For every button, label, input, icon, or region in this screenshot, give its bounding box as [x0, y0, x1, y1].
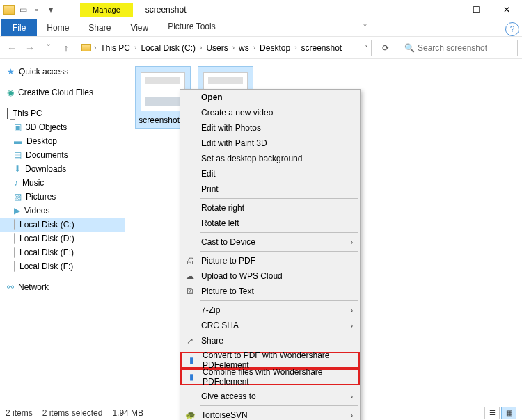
- breadcrumb-item[interactable]: Desktop: [257, 43, 293, 53]
- cm-rotate-right[interactable]: Rotate right: [180, 200, 360, 216]
- desktop-icon: ▬: [14, 136, 22, 146]
- recent-dropdown-icon[interactable]: ˅: [40, 40, 56, 56]
- sidebar-item-3d-objects[interactable]: ▣3D Objects: [0, 120, 125, 134]
- sidebar-label: 3D Objects: [26, 122, 67, 132]
- tab-share[interactable]: Share: [79, 19, 120, 36]
- details-view-button[interactable]: ☰: [484, 407, 500, 419]
- sidebar-label: Videos: [24, 206, 49, 216]
- sidebar-item-local-disk-d[interactable]: Local Disk (D:): [0, 232, 125, 245]
- star-icon: ★: [7, 67, 15, 76]
- sidebar-item-local-disk-c[interactable]: Local Disk (C:): [0, 218, 125, 232]
- address-dropdown-icon[interactable]: ˅: [365, 44, 368, 51]
- sidebar-label: Local Disk (D:): [19, 234, 74, 243]
- share-icon: ↗: [184, 335, 196, 346]
- status-item-count: 2 items: [6, 408, 33, 418]
- cm-new-video[interactable]: Create a new video: [180, 105, 360, 120]
- sidebar-item-documents[interactable]: ▤Documents: [0, 148, 125, 162]
- back-button[interactable]: ←: [4, 40, 19, 56]
- breadcrumb-item[interactable]: Local Disk (C:): [138, 43, 198, 53]
- sidebar-item-local-disk-e[interactable]: Local Disk (E:): [0, 245, 125, 259]
- refresh-button[interactable]: ⟳: [377, 40, 394, 56]
- cm-print[interactable]: Print: [180, 181, 360, 197]
- sidebar-item-pictures[interactable]: ▨Pictures: [0, 190, 125, 204]
- breadcrumb-item[interactable]: Users: [203, 43, 230, 53]
- sidebar-item-videos[interactable]: ▶Videos: [0, 204, 125, 218]
- pdfelement-icon: ▮: [186, 355, 197, 366]
- breadcrumb-item[interactable]: ws: [236, 43, 252, 53]
- chevron-right-icon[interactable]: ›: [294, 44, 296, 51]
- address-bar[interactable]: › This PC › Local Disk (C:) › Users › ws…: [77, 40, 372, 56]
- tab-picture-tools[interactable]: Picture Tools: [158, 18, 225, 36]
- breadcrumb-item[interactable]: This PC: [97, 43, 133, 53]
- tab-file[interactable]: File: [1, 19, 37, 36]
- sidebar-label: Pictures: [26, 192, 56, 202]
- cm-set-background[interactable]: Set as desktop background: [180, 151, 360, 166]
- search-input[interactable]: 🔍: [400, 40, 518, 56]
- navigation-bar: ← → ˅ ↑ › This PC › Local Disk (C:) › Us…: [0, 37, 522, 59]
- sidebar-creative-cloud[interactable]: ◉Creative Cloud Files: [0, 86, 125, 99]
- drive-icon: [14, 234, 15, 243]
- thumbnails-view-button[interactable]: ▦: [501, 407, 516, 419]
- ribbon-expand-icon[interactable]: ˅: [358, 21, 373, 36]
- cm-edit-paint3d[interactable]: Edit with Paint 3D: [180, 136, 360, 151]
- cm-convert-pdf-wondershare[interactable]: ▮Convert to PDF with Wondershare PDFelem…: [180, 352, 360, 369]
- separator: [63, 3, 63, 16]
- sidebar-item-downloads[interactable]: ⬇Downloads: [0, 162, 125, 176]
- chevron-right-icon: ›: [351, 307, 353, 314]
- cm-share[interactable]: ↗Share: [180, 333, 360, 348]
- view-mode-switcher: ☰ ▦: [484, 407, 516, 419]
- sidebar-this-pc[interactable]: This PC: [0, 106, 125, 120]
- context-tab-manage[interactable]: Manage: [80, 3, 133, 17]
- status-bar: 2 items 2 items selected 1.94 MB ☰ ▦: [0, 405, 522, 420]
- cm-edit-photos[interactable]: Edit with Photos: [180, 120, 360, 136]
- sidebar-item-local-disk-f[interactable]: Local Disk (F:): [0, 259, 125, 273]
- sidebar-item-music[interactable]: ♪Music: [0, 176, 125, 190]
- sidebar-label: Network: [18, 282, 49, 292]
- sidebar-item-desktop[interactable]: ▬Desktop: [0, 134, 125, 148]
- sidebar-quick-access[interactable]: ★Quick access: [0, 65, 125, 79]
- breadcrumb-item[interactable]: screenshot: [298, 43, 345, 53]
- search-field[interactable]: [418, 43, 522, 53]
- chevron-right-icon[interactable]: ›: [134, 44, 136, 51]
- sidebar-network[interactable]: ⚯Network: [0, 280, 125, 294]
- cm-crc-sha[interactable]: CRC SHA›: [180, 318, 360, 333]
- folder-icon: [80, 42, 93, 54]
- qat-dropdown-icon[interactable]: ▾: [45, 3, 57, 16]
- close-button[interactable]: ✕: [491, 0, 522, 19]
- 3d-icon: ▣: [14, 122, 22, 132]
- chevron-right-icon[interactable]: ›: [94, 44, 96, 51]
- cm-picture-to-text[interactable]: 🖻Picture to Text: [180, 284, 360, 299]
- drive-icon: [14, 261, 15, 271]
- cm-rotate-left[interactable]: Rotate left: [180, 216, 360, 231]
- help-button[interactable]: ?: [505, 22, 519, 36]
- new-folder-icon[interactable]: ▫: [31, 3, 43, 16]
- pictures-icon: ▨: [14, 192, 22, 202]
- cm-upload-wps[interactable]: ☁Upload to WPS Cloud: [180, 268, 360, 284]
- cm-cast-to-device[interactable]: Cast to Device›: [180, 234, 360, 250]
- cm-picture-to-pdf[interactable]: 🖨Picture to PDF: [180, 253, 360, 268]
- documents-icon: ▤: [14, 150, 22, 160]
- separator: [200, 251, 358, 252]
- separator: [200, 232, 358, 233]
- forward-button[interactable]: →: [22, 40, 38, 56]
- tab-home[interactable]: Home: [37, 19, 79, 36]
- separator: [200, 198, 358, 199]
- drive-icon: [14, 248, 15, 257]
- properties-icon[interactable]: ▭: [17, 3, 29, 16]
- sidebar-label: Music: [22, 178, 44, 188]
- up-button[interactable]: ↑: [58, 40, 74, 56]
- sidebar-label: This PC: [13, 108, 42, 118]
- sidebar-label: Creative Cloud Files: [18, 88, 93, 97]
- chevron-right-icon[interactable]: ›: [253, 44, 255, 51]
- chevron-right-icon[interactable]: ›: [200, 44, 202, 51]
- chevron-right-icon[interactable]: ›: [232, 44, 235, 51]
- cm-give-access[interactable]: Give access to›: [180, 389, 360, 404]
- cm-edit[interactable]: Edit: [180, 166, 360, 181]
- minimize-button[interactable]: ―: [430, 0, 461, 19]
- cm-combine-pdf-wondershare[interactable]: ▮Combine files with Wondershare PDFeleme…: [180, 369, 360, 385]
- navigation-pane: ★Quick access ◉Creative Cloud Files This…: [0, 59, 125, 405]
- cm-7zip[interactable]: 7-Zip›: [180, 302, 360, 318]
- tab-view[interactable]: View: [120, 19, 158, 36]
- maximize-button[interactable]: ☐: [461, 0, 491, 19]
- cm-open[interactable]: Open: [180, 90, 360, 105]
